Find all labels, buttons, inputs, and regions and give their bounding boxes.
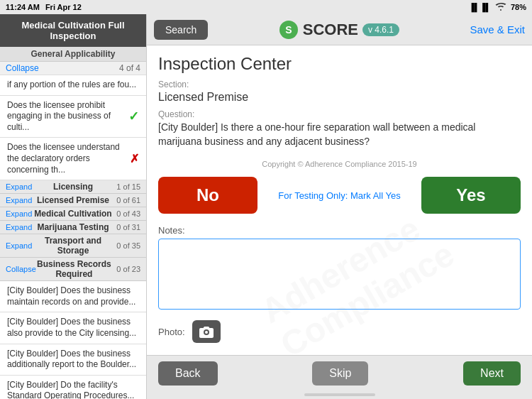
list-item[interactable]: if any portion of the rules are fou... — [0, 75, 146, 96]
wifi-icon — [495, 2, 506, 12]
section-value: Licensed Premise — [158, 91, 521, 104]
section-count: 4 of 4 — [119, 63, 140, 73]
notes-label: Notes: — [158, 225, 521, 236]
marijuana-testing-label: Marijuana Testing — [34, 222, 112, 232]
marijuana-testing-expand-btn[interactable]: Expand — [6, 223, 34, 231]
app-logo-icon: S — [279, 20, 299, 40]
list-item[interactable]: [City Boulder] Does the business additio… — [0, 344, 146, 376]
biz-records-row: Collapse Business Records Required 0 of … — [0, 258, 146, 281]
list-item[interactable]: [City Boulder] Do the facility's Standar… — [0, 376, 146, 399]
no-button[interactable]: No — [158, 177, 257, 214]
page-title: Inspection Center — [158, 54, 521, 74]
bottom-nav: Back Skip Next — [147, 355, 532, 390]
back-button[interactable]: Back — [158, 361, 218, 386]
transport-count: 0 of 35 — [112, 241, 140, 250]
bottom-bar — [147, 390, 532, 399]
licensed-premise-count: 0 of 61 — [112, 196, 140, 204]
question-text: [City Boulder] Is there a one-hour fire … — [158, 121, 521, 148]
signal-indicator: ▐▌▐▌ — [469, 3, 491, 11]
sidebar-scroll[interactable]: General Applicability Collapse 4 of 4 if… — [0, 47, 146, 399]
section-label: Section: — [158, 80, 521, 89]
search-button[interactable]: Search — [154, 20, 208, 40]
logo-area: S SCORE v 4.6.1 — [215, 20, 462, 40]
item-text: Does the licensee prohibit engaging in t… — [7, 100, 126, 133]
notes-input[interactable] — [158, 239, 521, 310]
notes-container: Adherence Compliance — [158, 239, 521, 312]
save-exit-button[interactable]: Save & Exit — [470, 23, 525, 35]
item-text: if any portion of the rules are fou... — [7, 80, 139, 91]
general-applicability-category: General Applicability — [0, 47, 146, 62]
transport-storage-row: Expand Transport and Storage 0 of 35 — [0, 234, 146, 258]
photo-row: Photo: — [158, 320, 521, 343]
list-item[interactable]: Does the licensee prohibit engaging in t… — [0, 96, 146, 138]
time-display: 11:24 AM — [6, 3, 40, 11]
licensing-count: 1 of 15 — [112, 182, 140, 191]
battery-display: 78% — [511, 3, 526, 11]
x-icon: ✗ — [130, 152, 139, 165]
next-button[interactable]: Next — [463, 361, 521, 386]
biz-records-collapse-btn[interactable]: Collapse — [6, 265, 36, 273]
photo-label: Photo: — [158, 327, 185, 337]
yes-button[interactable]: Yes — [421, 177, 521, 214]
copyright-text: Copyright © Adherence Compliance 2015-19 — [158, 160, 521, 168]
mark-all-link[interactable]: For Testing Only: Mark All Yes — [278, 190, 400, 201]
sidebar: Medical Cultivation Full Inspection Gene… — [0, 14, 147, 399]
licensing-expand-btn[interactable]: Expand — [6, 182, 34, 191]
medical-cultivation-row: Expand Medical Cultivation 0 of 43 — [0, 207, 146, 221]
marijuana-testing-row: Expand Marijuana Testing 0 of 31 — [0, 221, 146, 234]
general-applicability-collapse-row: Collapse 4 of 4 — [0, 62, 146, 75]
list-item[interactable]: [City Boulder] Does the business maintai… — [0, 281, 146, 312]
licensed-premise-label: Licensed Premise — [34, 195, 112, 205]
medical-cultivation-label: Medical Cultivation — [34, 209, 112, 219]
answer-row: No For Testing Only: Mark All Yes Yes — [158, 177, 521, 214]
item-text: [City Boulder] Does the business also pr… — [7, 317, 139, 339]
licensed-premise-expand-btn[interactable]: Expand — [6, 196, 34, 204]
biz-records-label: Business Records Required — [36, 259, 112, 279]
item-text: [City Boulder] Do the facility's Standar… — [7, 380, 139, 399]
main-panel: Search S SCORE v 4.6.1 Save & Exit Inspe… — [147, 14, 532, 399]
item-text: [City Boulder] Does the business additio… — [7, 349, 139, 371]
question-label: Question: — [158, 109, 521, 119]
transport-expand-btn[interactable]: Expand — [6, 241, 34, 250]
item-text: Does the licensee understand the declara… — [7, 142, 127, 175]
content-area: Inspection Center Section: Licensed Prem… — [147, 45, 532, 355]
list-item[interactable]: [City Boulder] Does the business also pr… — [0, 312, 146, 344]
date-display: Fri Apr 12 — [45, 3, 82, 11]
collapse-btn[interactable]: Collapse — [6, 63, 39, 73]
top-bar: Search S SCORE v 4.6.1 Save & Exit — [147, 14, 532, 45]
marijuana-testing-count: 0 of 31 — [112, 223, 140, 231]
sidebar-header: Medical Cultivation Full Inspection — [0, 14, 146, 47]
version-badge: v 4.6.1 — [362, 23, 399, 36]
app-name: SCORE — [303, 21, 358, 39]
home-indicator — [304, 393, 375, 396]
skip-button[interactable]: Skip — [312, 361, 368, 386]
licensing-row: Expand Licensing 1 of 15 — [0, 180, 146, 194]
check-icon: ✓ — [128, 109, 139, 124]
medical-cultivation-expand-btn[interactable]: Expand — [6, 209, 34, 218]
camera-icon[interactable] — [192, 320, 221, 343]
status-bar: 11:24 AM Fri Apr 12 ▐▌▐▌ 78% — [0, 0, 532, 14]
svg-text:S: S — [285, 24, 292, 35]
medical-cultivation-count: 0 of 43 — [112, 209, 140, 218]
list-item[interactable]: Does the licensee understand the declara… — [0, 138, 146, 180]
licensed-premise-row: Expand Licensed Premise 0 of 61 — [0, 194, 146, 207]
biz-records-count: 0 of 23 — [112, 265, 140, 273]
licensing-label: Licensing — [34, 182, 112, 192]
transport-label: Transport and Storage — [34, 236, 112, 256]
item-text: [City Boulder] Does the business maintai… — [7, 285, 139, 307]
